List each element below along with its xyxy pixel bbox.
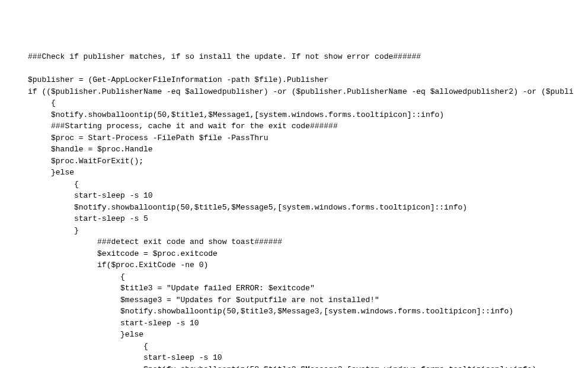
code-line: ###Check if publisher matches, if so ins…	[5, 52, 421, 61]
code-line: start-sleep -s 5	[5, 214, 148, 223]
code-line: {	[5, 180, 79, 189]
code-line: $notify.showballoontip(50,$title1,$Messa…	[5, 110, 444, 119]
code-line: {	[5, 272, 125, 281]
code-line: }else	[5, 330, 143, 339]
code-line: $title3 = "Update failed ERROR: $exitcod…	[5, 284, 315, 293]
code-line: if (($publisher.PublisherName -eq $allow…	[5, 87, 574, 96]
code-line: {	[5, 342, 148, 351]
code-line: if($proc.ExitCode -ne 0)	[5, 261, 208, 269]
code-line: start-sleep -s 10	[5, 191, 153, 200]
code-line: $notify.showballoontip(50,$title2,$Messa…	[5, 365, 536, 369]
code-line: }	[5, 226, 79, 235]
code-line: $handle = $proc.Handle	[5, 145, 153, 154]
code-line: $proc.WaitForExit();	[5, 157, 143, 166]
code-line: {	[5, 99, 56, 107]
code-line: $proc = Start-Process -FilePath $file -P…	[5, 134, 269, 142]
code-line: start-sleep -s 10	[5, 353, 222, 362]
code-block: ###Check if publisher matches, if so ins…	[0, 46, 588, 368]
code-line: }else	[5, 168, 74, 177]
code-line: $message3 = "Updates for $outputfile are…	[5, 296, 379, 304]
code-line: start-sleep -s 10	[5, 319, 199, 328]
code-line: $notify.showballoontip(50,$title3,$Messa…	[5, 307, 513, 316]
code-line: ###detect exit code and show toast######	[5, 237, 282, 246]
code-line: $publisher = (Get-AppLockerFileInformati…	[5, 75, 328, 84]
code-line: $exitcode = $proc.exitcode	[5, 249, 218, 258]
code-line: $notify.showballoontip(50,$title5,$Messa…	[5, 203, 467, 212]
code-line: ###Starting process, cache it and wait f…	[5, 122, 338, 131]
